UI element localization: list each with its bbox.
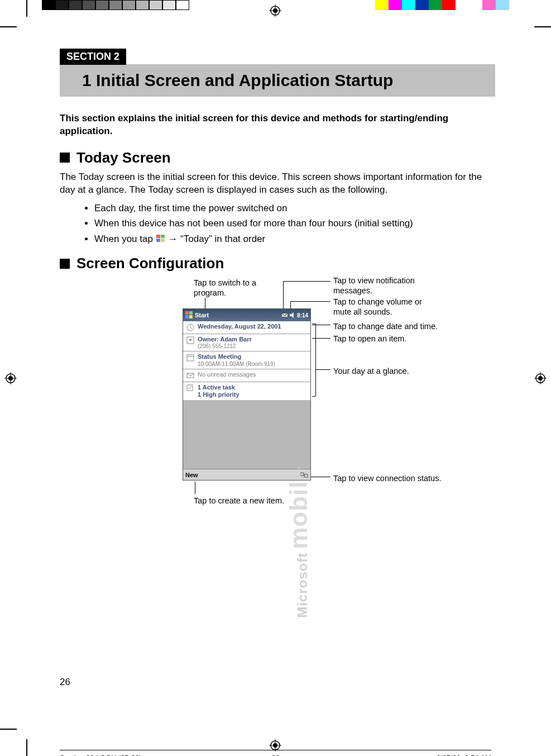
callout-volume: Tap to change volume or mute all sounds.: [333, 297, 439, 317]
crop-mark: [0, 729, 17, 730]
crop-mark: [0, 26, 17, 27]
today-date-row: Wednesday, August 22, 2001: [183, 321, 310, 334]
svg-point-27: [189, 339, 191, 341]
speaker-icon: [289, 312, 296, 318]
svg-rect-20: [185, 311, 189, 315]
pda-body: Wednesday, August 22, 2001 Owner: Adam B…: [183, 321, 310, 400]
today-paragraph: The Today screen is the initial screen f…: [60, 171, 495, 197]
section-tab: SECTION 2: [60, 49, 126, 65]
process-colorbar: [375, 0, 509, 10]
swatch: [122, 0, 136, 10]
pda-bottombar: New: [183, 469, 310, 480]
swatch: [149, 0, 162, 10]
swatch: [402, 0, 415, 10]
tasks-line2: 1 High priority: [198, 391, 239, 398]
callout-connection: Tap to view connection status.: [333, 473, 456, 483]
swatch: [95, 0, 109, 10]
crop-mark: [26, 0, 27, 17]
list-item: When you tap → “Today” in that order: [94, 232, 495, 246]
svg-rect-32: [300, 473, 304, 476]
list-item: When this device has not been used for m…: [94, 216, 495, 231]
svg-rect-22: [185, 315, 189, 318]
grayscale-colorbar: [42, 0, 189, 10]
pda-screenshot: Start 8:14 Wednesday, August 22, 2001: [183, 308, 311, 481]
mail-icon: [185, 371, 195, 380]
clock-icon: [185, 323, 195, 332]
callout-glance: Your day at a glance.: [333, 366, 439, 376]
calendar-row: Status Meeting10:00AM-11:00AM (Room 919): [183, 351, 310, 369]
svg-rect-18: [156, 239, 160, 242]
owner-row: Owner: Adam Barr(206) 555-1212: [183, 334, 310, 351]
list-item-text: When you tap: [94, 234, 156, 244]
clock-time: 8:14: [297, 312, 308, 318]
meeting-time: 10:00AM-11:00AM (Room 919): [198, 361, 275, 367]
crop-mark: [26, 739, 27, 756]
owner-phone: (206) 555-1212: [198, 343, 252, 349]
chapter-title: 1 Initial Screen and Application Startup: [82, 71, 393, 89]
today-date: Wednesday, August 22, 2001: [198, 323, 281, 330]
swatch: [442, 0, 456, 10]
tasks-line1: 1 Active task: [198, 384, 239, 391]
tasks-row: 1 Active task1 High priority: [183, 382, 310, 400]
swatch: [375, 0, 389, 10]
chapter-band: 1 Initial Screen and Application Startup: [60, 64, 495, 97]
windows-flag-icon: [185, 311, 193, 319]
registration-mark-icon: [534, 372, 547, 384]
swatch: [69, 0, 82, 10]
swatch: [176, 0, 189, 10]
svg-rect-17: [161, 235, 165, 238]
list-item: Each day, the first time the power switc…: [94, 201, 495, 216]
watermark: Microsoft mobile: [285, 467, 313, 618]
windows-flag-icon: [156, 234, 166, 243]
bullet-list: Each day, the first time the power switc…: [72, 201, 495, 246]
crop-mark: [534, 26, 551, 27]
callout-open-item: Tap to open an item.: [333, 334, 439, 344]
svg-rect-19: [161, 239, 165, 242]
footer-right: 6/25/02, 9:54 AM: [437, 754, 491, 756]
square-bullet-icon: [60, 259, 70, 269]
connection-icon: [300, 472, 308, 478]
svg-rect-21: [189, 311, 193, 315]
arrow-icon: →: [168, 232, 178, 246]
intro-text: This section explains the initial screen…: [60, 112, 495, 138]
footer: Section 02 LOOX (25-33) 26 6/25/02, 9:54…: [60, 754, 491, 756]
list-item-text: “Today” in that order: [180, 234, 265, 244]
registration-mark-icon: [4, 372, 17, 384]
swatch: [469, 0, 482, 10]
inbox-text: No unread messages: [198, 371, 256, 378]
notification-icon: [281, 312, 288, 318]
swatch: [482, 0, 496, 10]
inbox-row: No unread messages: [183, 369, 310, 382]
new-label: New: [185, 472, 198, 478]
tasks-icon: [185, 384, 195, 393]
page-content: SECTION 2 1 Initial Screen and Applicati…: [60, 49, 495, 518]
footer-rule: [60, 750, 491, 750]
start-label: Start: [195, 312, 209, 318]
footer-left: Section 02 LOOX (25-33): [60, 754, 142, 756]
swatch: [55, 0, 69, 10]
callout-switch-program: Tap to switch to a program.: [194, 278, 261, 298]
heading-screen-config: Screen Configuration: [76, 255, 224, 272]
square-bullet-icon: [60, 153, 70, 163]
swatch: [389, 0, 402, 10]
svg-rect-28: [187, 355, 194, 361]
svg-rect-33: [304, 474, 308, 477]
owner-name: Owner: Adam Barr: [198, 336, 252, 343]
swatch: [42, 0, 55, 10]
pda-titlebar: Start 8:14: [183, 309, 310, 321]
swatch: [82, 0, 95, 10]
watermark-text: Microsoft: [295, 553, 310, 618]
calendar-icon: [185, 353, 195, 362]
swatch: [136, 0, 149, 10]
page-number: 26: [60, 677, 70, 688]
callout-date-time: Tap to change date and time.: [333, 321, 462, 331]
swatch: [109, 0, 122, 10]
owner-icon: [185, 336, 195, 345]
registration-mark-icon: [269, 4, 281, 17]
screen-diagram: Tap to switch to a program. Tap to view …: [171, 278, 484, 518]
swatch: [496, 0, 509, 10]
swatch: [429, 0, 442, 10]
heading-today-screen: Today Screen: [76, 149, 171, 167]
swatch: [415, 0, 429, 10]
swatch: [162, 0, 176, 10]
